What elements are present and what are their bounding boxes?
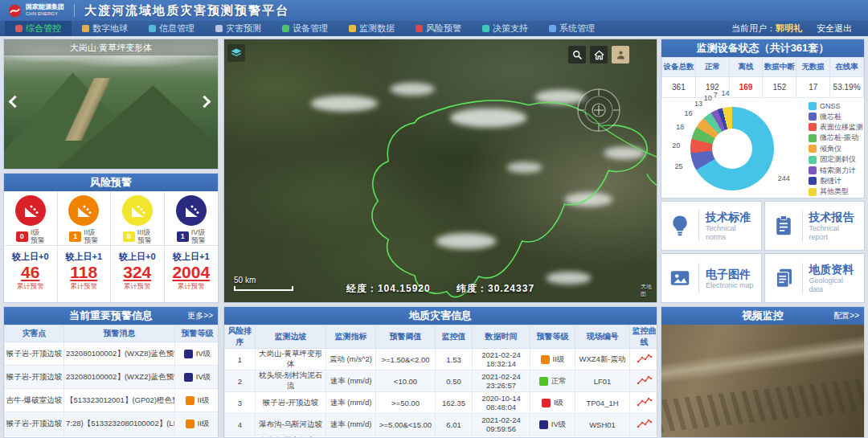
warning-level-label: III级预警 xyxy=(137,228,152,245)
legend-label: 微芯桩 xyxy=(820,112,841,122)
data-time: 2021-02-24 23:26:57 xyxy=(473,370,530,392)
table-row[interactable]: 猴子岩-开顶边坡7:28)【5133232080100002】(LF02...I… xyxy=(5,412,219,436)
legend-swatch xyxy=(809,177,817,185)
warning-count-badge: 1 xyxy=(177,231,189,242)
column-header: 在线率 xyxy=(830,58,864,77)
device-count-value: 169 xyxy=(729,77,763,98)
nav-item-风险预警[interactable]: 风险预警 xyxy=(405,21,472,36)
map-coordinates: 经度：104.15920 纬度：30.24337 xyxy=(224,282,657,296)
warning-count-badge: 0 xyxy=(123,231,135,242)
chart-value-label: 13 xyxy=(694,100,702,108)
risk-level-card[interactable]: 1IV级预警较上日+12004累计预警 xyxy=(165,191,219,303)
disaster-point: 吉牛-爆破室边坡 xyxy=(5,389,64,412)
table-row[interactable]: 2枕头坝-别村沟泥石流速率 (mm/d)<10.000.502021-02-24… xyxy=(225,370,658,392)
nav-item-设备管理[interactable]: 设备管理 xyxy=(272,21,338,36)
risk-level-grid: 0I级预警较上日+046累计预警1II级预警较上日+1118累计预警0III级预… xyxy=(4,191,218,303)
column-header: 监控值 xyxy=(436,325,473,349)
chart-value-label: 244 xyxy=(778,174,790,182)
resource-card-electronic-map[interactable]: 电子图件Electronic map xyxy=(661,253,762,303)
device-count-value: 361 xyxy=(662,77,696,98)
risk-rank: 5 xyxy=(225,436,256,438)
nav-item-icon xyxy=(82,25,89,32)
table-row[interactable]: 1大岗山-黄草坪变形体震动 (m/s^2)>=1.50&<2.001.53202… xyxy=(225,349,658,370)
table-row[interactable]: 5大岗山-郑家坪变形体速率 (mm/d)>=15.00&<30.0015.532… xyxy=(225,436,658,438)
map-search-icon[interactable] xyxy=(568,46,586,63)
table-row[interactable]: 3猴子岩-开顶边坡速率 (mm/d)>=50.00162.352020-10-1… xyxy=(225,392,658,414)
table-row[interactable]: 猴子岩-开顶边坡232080100002】(WXZ8)蓝色预警：...IV级 xyxy=(5,342,219,366)
card-title-zh: 地质资料 xyxy=(809,262,858,276)
disaster-point: 猴子岩-开顶边坡 xyxy=(5,366,64,389)
card-title-zh: 技术标准 xyxy=(706,210,755,224)
cumulative-warning-count: 118 xyxy=(70,263,97,282)
map-home-icon[interactable] xyxy=(590,46,608,63)
column-header: 设备总数 xyxy=(662,58,696,77)
alerts-panel-header: 当前重要预警信息 更多>> xyxy=(4,307,218,325)
legend-item: 微芯桩-振动 xyxy=(809,133,863,143)
map-compass[interactable] xyxy=(576,88,621,133)
card-title-en: Technical norms xyxy=(706,224,755,242)
monitor-curve-icon[interactable] xyxy=(630,349,658,370)
risk-level-card[interactable]: 0III级预警较上日+0324累计预警 xyxy=(111,191,165,303)
nav-item-系统管理[interactable]: 系统管理 xyxy=(538,21,605,36)
map-controls xyxy=(568,46,629,63)
current-user-label: 当前用户： xyxy=(731,23,776,33)
carousel-next-icon[interactable] xyxy=(200,97,211,108)
nav-item-icon xyxy=(15,25,23,32)
monitor-curve-icon[interactable] xyxy=(630,370,658,392)
warning-threshold: <10.00 xyxy=(376,370,436,392)
layers-icon[interactable] xyxy=(227,44,245,62)
monitor-curve-icon[interactable] xyxy=(630,436,658,438)
clipboard-icon xyxy=(772,214,796,238)
warning-level: III级 xyxy=(530,436,575,438)
table-row[interactable]: 瀑布沟-老柯碉危岩体40)【5118231020200001】(LKM0...I… xyxy=(5,436,219,438)
landslide-warning-icon xyxy=(15,195,46,226)
nav-item-icon xyxy=(349,25,356,32)
resource-card-geological-data[interactable]: 地质资料Geological data xyxy=(764,253,866,303)
column-header: 现场编号 xyxy=(575,325,630,349)
cumulative-warning-label: 累计预警 xyxy=(70,282,97,292)
warning-count-badge: 0 xyxy=(16,231,28,242)
level-text: 正常 xyxy=(551,376,567,387)
table-row[interactable]: 吉牛-爆破室边坡【513323012001】(GP02)橙色预警...II级 xyxy=(5,389,219,412)
data-time: 2020-10-14 08:48:04 xyxy=(473,392,530,414)
legend-label: 固定测斜仪 xyxy=(820,154,856,165)
risk-level-card[interactable]: 1II级预警较上日+1118累计预警 xyxy=(58,191,112,303)
video-feed[interactable] xyxy=(661,325,864,437)
table-row[interactable]: 3611921691521753.19% xyxy=(662,77,864,98)
legend-swatch xyxy=(809,123,817,131)
legend-item: 表面位移监测 xyxy=(809,122,863,133)
table-row[interactable]: 猴子岩-开顶边坡232080100002】(WXZ2)蓝色预警：...IV级 xyxy=(5,366,219,389)
nav-item-决策支持[interactable]: 决策支持 xyxy=(472,21,538,36)
column-header: 数据中断 xyxy=(763,58,796,77)
resource-card-technical-report[interactable]: 技术报告Technical report xyxy=(764,201,866,251)
lat-label: 纬度： xyxy=(457,283,488,294)
monitor-curve-icon[interactable] xyxy=(630,392,658,414)
monitor-value: 0.50 xyxy=(436,370,473,392)
device-panel-header: 监测设备状态（共计361套） xyxy=(661,39,864,57)
alerts-more-link[interactable]: 更多>> xyxy=(187,307,213,325)
site-photo-carousel: 大岗山·黄草坪变形体 xyxy=(3,39,219,170)
logout-button[interactable]: 安全退出 xyxy=(817,23,852,35)
monitor-indicator: 速率 (mm/d) xyxy=(326,392,376,414)
nav-item-信息管理[interactable]: 信息管理 xyxy=(138,21,205,36)
warning-level: IV级 xyxy=(175,342,219,366)
level-color-swatch xyxy=(539,420,548,429)
table-row[interactable]: 4瀑布沟-乌斯河边坡速率 (mm/d)>=5.00&<15.006.012021… xyxy=(225,414,658,436)
nav-item-综合管控[interactable]: 综合管控 xyxy=(5,21,72,36)
nav-item-label: 系统管理 xyxy=(559,23,595,35)
monitor-curve-icon[interactable] xyxy=(630,414,658,436)
map-streetview-icon[interactable] xyxy=(612,46,629,63)
carousel-prev-icon[interactable] xyxy=(10,97,22,108)
geo-hazard-table: 风险排序监测边坡监测指标预警阈值监控值数据时间预警等级现场编号监控曲线 1大岗山… xyxy=(224,325,657,438)
risk-level-card[interactable]: 0I级预警较上日+046累计预警 xyxy=(4,191,58,303)
nav-item-监测数据[interactable]: 监测数据 xyxy=(338,21,405,36)
legend-item: 锚索测力计 xyxy=(809,165,863,175)
nav-item-灾害预测[interactable]: 灾害预测 xyxy=(205,21,272,36)
satellite-map[interactable]: 50 km 经度：104.15920 纬度：30.24337 天地图 xyxy=(223,39,657,303)
video-config-link[interactable]: 配置>> xyxy=(833,307,859,325)
nav-item-数字地球[interactable]: 数字地球 xyxy=(72,21,138,36)
column-header: 正常 xyxy=(695,58,729,77)
monitored-slope: 大岗山-郑家坪变形体 xyxy=(256,436,326,438)
level-text: II级 xyxy=(198,419,210,429)
resource-card-technical-norms[interactable]: 技术标准Technical norms xyxy=(661,201,762,251)
